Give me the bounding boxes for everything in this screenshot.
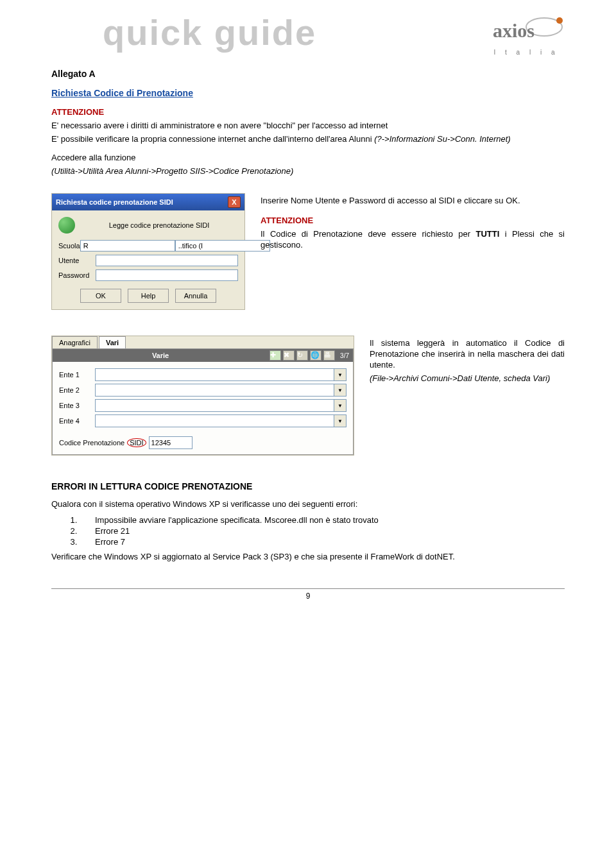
page-number: 9 xyxy=(51,592,565,601)
para-3-path: (Utilità->Utilità Area Alunni->Progetto … xyxy=(51,166,565,177)
ente2-field[interactable] xyxy=(95,384,334,397)
quick-guide-title: quick guide xyxy=(103,12,316,53)
para-2: E' possibile verificare la propria conne… xyxy=(51,134,372,144)
scuola-field-1[interactable] xyxy=(80,240,175,252)
ente1-field[interactable] xyxy=(95,368,334,381)
codice-field[interactable] xyxy=(149,436,193,449)
help-button[interactable]: Help xyxy=(128,289,169,303)
error-item-2: Errore 21 xyxy=(80,526,565,536)
subbar-title: Varie xyxy=(152,352,169,359)
side1-text1: Inserire Nome Utente e Password di acces… xyxy=(261,196,565,207)
password-field[interactable] xyxy=(96,269,238,281)
footer-rule xyxy=(51,588,565,589)
para-1: E' necessario avere i diritti di amminis… xyxy=(51,121,565,132)
errors-outro: Verificare che Windows XP si aggiornato … xyxy=(51,552,565,563)
chevron-down-icon[interactable]: ▼ xyxy=(334,384,346,397)
print-icon[interactable]: 🖶 xyxy=(323,350,335,361)
chevron-down-icon[interactable]: ▼ xyxy=(334,399,346,412)
errors-heading: ERRORI IN LETTURA CODICE PRENOTAZIONE xyxy=(51,481,565,491)
ente2-label: Ente 2 xyxy=(59,386,95,394)
para-3: Accedere alla funzione xyxy=(51,153,565,164)
side1-text2b: TUTTI xyxy=(476,229,500,239)
brand-text: axios xyxy=(493,20,535,41)
link-richiesta[interactable]: Richiesta Codice di Prenotazione xyxy=(51,88,193,98)
section-allegato: Allegato A xyxy=(51,69,565,79)
chevron-down-icon[interactable]: ▼ xyxy=(334,414,346,427)
ente3-field[interactable] xyxy=(95,399,334,412)
errors-intro: Qualora con il sistema operativo Windows… xyxy=(51,499,565,510)
side2-text1: Il sistema leggerà in automatico il Codi… xyxy=(370,338,565,371)
side2-text2: (File->Archivi Comuni->Dati Utente, sche… xyxy=(370,373,565,384)
dialog1-msg: Legge codice prenotazione SIDI xyxy=(80,221,238,229)
dialog-vari: Anagrafici Vari Varie ✚ ✖ ↻ 🌐 🖶 3/7 xyxy=(51,336,354,456)
ente4-label: Ente 4 xyxy=(59,417,95,425)
ente1-label: Ente 1 xyxy=(59,371,95,379)
add-icon[interactable]: ✚ xyxy=(270,350,281,361)
tab-anagrafici[interactable]: Anagrafici xyxy=(52,336,98,348)
para-2-path: (?->Informazioni Su->Conn. Internet) xyxy=(374,134,510,144)
utente-label: Utente xyxy=(58,257,96,264)
brand-sub: I t a l i a xyxy=(493,49,558,56)
close-icon[interactable]: X xyxy=(228,196,241,208)
chevron-down-icon[interactable]: ▼ xyxy=(334,368,346,381)
error-item-1: Impossibile avviare l'applicazione speci… xyxy=(80,515,565,525)
brand-logo: axios I t a l i a xyxy=(488,12,565,56)
record-count: 3/7 xyxy=(340,352,349,359)
refresh-icon[interactable]: ↻ xyxy=(296,350,308,361)
ente3-label: Ente 3 xyxy=(59,402,95,409)
dialog-richiesta-sidi: Richiesta codice prenotazione SIDI X Leg… xyxy=(51,193,245,310)
sidi-pill: SIDI xyxy=(127,438,146,447)
scuola-field-2[interactable] xyxy=(175,240,270,252)
ente4-field[interactable] xyxy=(95,414,334,427)
svg-point-1 xyxy=(556,17,563,24)
tab-vari[interactable]: Vari xyxy=(99,336,126,348)
scuola-label: Scuola xyxy=(58,242,80,250)
dialog1-title: Richiesta codice prenotazione SIDI xyxy=(56,198,173,206)
utente-field[interactable] xyxy=(96,255,238,266)
globe-icon xyxy=(58,217,75,234)
error-item-3: Errore 7 xyxy=(80,537,565,547)
attenzione-label-2: ATTENZIONE xyxy=(261,216,313,225)
codice-label: Codice Prenotazione xyxy=(59,439,124,447)
cancel-button[interactable]: Annulla xyxy=(175,289,216,303)
delete-icon[interactable]: ✖ xyxy=(283,350,295,361)
ok-button[interactable]: OK xyxy=(80,289,121,303)
world-icon[interactable]: 🌐 xyxy=(310,350,321,361)
password-label: Password xyxy=(58,271,96,279)
side1-text2a: Il Codice di Prenotazione deve essere ri… xyxy=(261,229,476,239)
attenzione-label-1: ATTENZIONE xyxy=(51,107,104,117)
